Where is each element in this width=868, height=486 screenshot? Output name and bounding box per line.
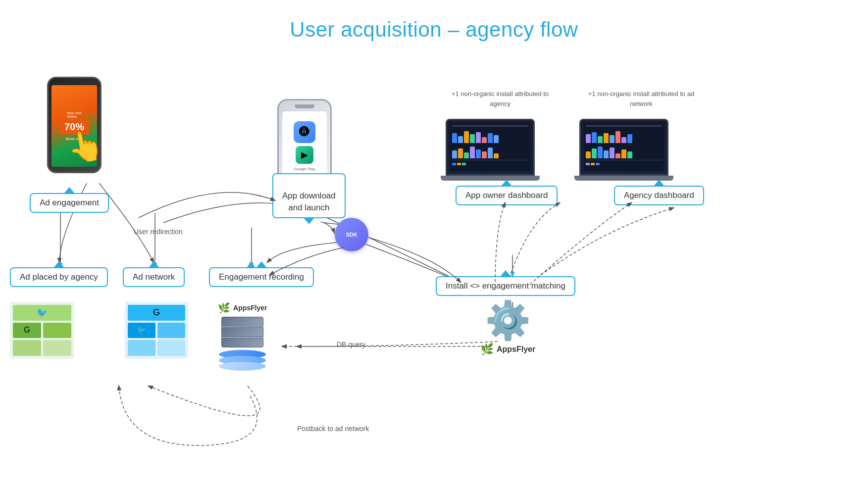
ad-net-cell-2: 🐦 xyxy=(128,323,155,339)
ag-legend-2 xyxy=(591,163,595,165)
legend-1 xyxy=(452,163,456,165)
ad-placed-visual: 🐦 G xyxy=(10,302,74,359)
bar-2 xyxy=(458,136,463,143)
agency-laptop xyxy=(579,119,673,181)
svg-marker-2 xyxy=(247,261,255,267)
ad-network-callout: Ad network xyxy=(123,267,185,287)
ad-net-cell-1: G xyxy=(128,305,185,321)
ag-bar-7 xyxy=(621,137,626,143)
appsflyer-brand: 🌿 AppsFlyer xyxy=(480,343,535,356)
appsflyer-name: AppsFlyer xyxy=(497,345,535,354)
legend-3 xyxy=(462,163,466,165)
appsflyer-leaf-main: 🌿 xyxy=(480,343,494,356)
agency-screen-legend xyxy=(586,163,662,165)
ad-net-cell-4 xyxy=(128,340,155,356)
server-unit-1 xyxy=(221,317,263,327)
google-play-icon: ▶ xyxy=(296,146,313,164)
bar-9 xyxy=(452,150,457,158)
ag-bar-8 xyxy=(627,134,632,143)
appsflyer-main: ⚙️ 🌿 AppsFlyer xyxy=(480,302,535,356)
ad-cell-5 xyxy=(43,340,71,356)
ag-legend-3 xyxy=(596,163,600,165)
ad-cell-2: G xyxy=(13,323,41,339)
app-owner-screen xyxy=(450,123,530,171)
bar-chart-row-1 xyxy=(452,129,528,143)
laptop-screen-agency xyxy=(579,119,668,176)
server-unit-2 xyxy=(221,327,263,337)
ad-network-visual: G 🐦 xyxy=(125,302,188,359)
ag-bar-9 xyxy=(586,151,591,158)
ad-net-cell-3 xyxy=(157,323,185,339)
ag-legend-1 xyxy=(586,163,590,165)
db-query-label: DB query xyxy=(337,340,365,348)
bar-4 xyxy=(470,134,475,143)
agency-bar-row-1 xyxy=(586,129,662,143)
ag-bar-5 xyxy=(610,135,614,143)
app-owner-laptop xyxy=(446,119,540,181)
bar-13 xyxy=(476,149,481,158)
arrows-svg xyxy=(0,49,868,480)
screen-nav xyxy=(452,125,528,127)
ad-cell-4 xyxy=(13,340,41,356)
phone-notch xyxy=(295,104,314,108)
postback-label: Postback to ad network xyxy=(297,425,369,433)
bar-6 xyxy=(482,137,487,143)
bar-1 xyxy=(452,133,457,143)
app-download-callout: App downloadand launch xyxy=(272,173,346,218)
engagement-recording-callout: Engagement recording xyxy=(209,267,314,287)
ad-net-cell-5 xyxy=(157,340,185,356)
ag-bar-10 xyxy=(592,148,597,158)
agency-bar-row-2 xyxy=(586,145,662,158)
non-organic-adnetwork-label: +1 non-organic install attributed to ad … xyxy=(587,89,696,108)
user-redirection-label: User redirection xyxy=(134,228,183,236)
screen-legend xyxy=(452,163,528,165)
gear-icon: ⚙️ xyxy=(485,302,531,339)
non-organic-agency-label: +1 non-organic install attributed to age… xyxy=(451,89,550,108)
app-owner-dashboard-callout: App owner dashboard xyxy=(456,186,558,205)
server-unit-3 xyxy=(221,338,263,347)
hand-cursor-icon: 👆 xyxy=(64,126,106,167)
page-title: User acquisition – agency flow xyxy=(0,0,868,42)
ad-cell-3 xyxy=(43,323,71,339)
appstore-screen: 🅐 ▶ Google Play xyxy=(282,111,327,181)
bar-5 xyxy=(476,132,481,143)
ag-bar-13 xyxy=(610,147,614,158)
server-stack xyxy=(218,317,267,371)
ag-bar-3 xyxy=(598,136,603,143)
ag-bar-2 xyxy=(592,132,597,143)
laptop-base-app-owner xyxy=(441,176,540,181)
server-illustration: 🌿 AppsFlyer xyxy=(218,302,267,371)
bar-8 xyxy=(494,135,499,143)
ag-bar-1 xyxy=(586,134,591,143)
agency-screen-nav xyxy=(586,125,662,127)
bar-16 xyxy=(494,153,499,158)
ad-cell-1: 🐦 xyxy=(13,305,71,321)
ag-bar-16 xyxy=(627,151,632,158)
app-store-icon: 🅐 xyxy=(294,121,315,143)
db-disk-3 xyxy=(219,362,266,371)
appsflyer-leaf-icon: 🌿 xyxy=(218,302,230,314)
flow-arrows xyxy=(0,49,868,480)
ag-bar-12 xyxy=(604,150,609,158)
bar-3 xyxy=(464,131,469,143)
bar-11 xyxy=(464,152,469,158)
agency-dashboard-callout: Agency dashboard xyxy=(614,186,704,205)
bar-chart-row-2 xyxy=(452,145,528,158)
ag-bar-14 xyxy=(615,153,620,158)
bar-10 xyxy=(458,148,463,158)
agency-screen-divider xyxy=(586,160,662,160)
ad-placed-callout: Ad placed by agency xyxy=(10,267,108,287)
sdk-circle: SDK xyxy=(335,218,368,251)
legend-2 xyxy=(457,163,461,165)
appsflyer-label-server: AppsFlyer xyxy=(233,304,267,312)
install-matching-callout: Install <> engagement matching xyxy=(436,276,575,296)
phone-city: New YorkHotels xyxy=(67,111,82,118)
bar-15 xyxy=(488,147,493,158)
bar-14 xyxy=(482,151,487,158)
google-play-label: Google Play xyxy=(294,167,315,171)
ag-bar-11 xyxy=(598,146,603,158)
ag-bar-6 xyxy=(615,131,620,143)
bar-7 xyxy=(488,133,493,143)
ad-engagement-callout: Ad engagement xyxy=(30,193,109,213)
diagram-area: New YorkHotels 70% Book now 👆 Ad engagem… xyxy=(0,49,868,480)
